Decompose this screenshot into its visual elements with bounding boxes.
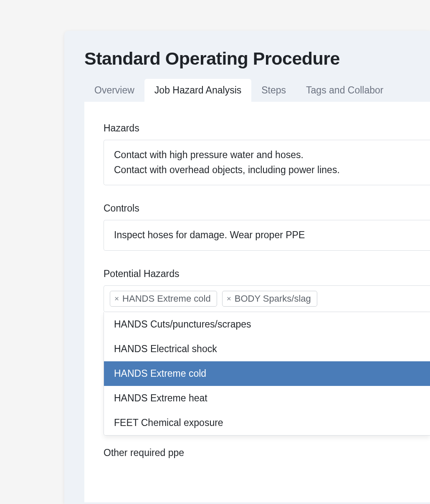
controls-value: Inspect hoses for damage. Wear proper PP… xyxy=(114,229,305,240)
chip-label: BODY Sparks/slag xyxy=(235,293,311,304)
controls-field: Controls Inspect hoses for damage. Wear … xyxy=(84,203,430,268)
hazards-input[interactable]: Contact with high pressure water and hos… xyxy=(104,140,430,185)
other-required-ppe-label: Other required ppe xyxy=(84,436,430,459)
tab-content: Hazards Contact with high pressure water… xyxy=(84,102,430,502)
page-title: Standard Operating Procedure xyxy=(64,31,430,79)
option-hands-electrical-shock[interactable]: HANDS Electrical shock xyxy=(104,337,430,361)
tabs-bar: Overview Job Hazard Analysis Steps Tags … xyxy=(64,79,430,102)
tab-overview[interactable]: Overview xyxy=(84,79,144,102)
chip-remove-icon[interactable]: × xyxy=(227,295,231,302)
main-panel: Standard Operating Procedure Overview Jo… xyxy=(64,31,430,504)
potential-hazards-field: Potential Hazards × HANDS Extreme cold ×… xyxy=(84,268,430,436)
tab-steps[interactable]: Steps xyxy=(251,79,296,102)
tab-tags-collaborators[interactable]: Tags and Collabor xyxy=(296,79,393,102)
potential-hazards-dropdown: HANDS Cuts/punctures/scrapes HANDS Elect… xyxy=(104,312,430,436)
controls-label: Controls xyxy=(104,203,430,214)
chip-body-sparks-slag[interactable]: × BODY Sparks/slag xyxy=(222,291,317,307)
chip-remove-icon[interactable]: × xyxy=(114,295,119,302)
tab-job-hazard-analysis[interactable]: Job Hazard Analysis xyxy=(144,79,251,102)
option-hands-cuts[interactable]: HANDS Cuts/punctures/scrapes xyxy=(104,312,430,337)
chip-label: HANDS Extreme cold xyxy=(122,293,211,304)
option-hands-extreme-cold[interactable]: HANDS Extreme cold xyxy=(104,361,430,386)
option-feet-chemical-exposure[interactable]: FEET Chemical exposure xyxy=(104,411,430,435)
potential-hazards-label: Potential Hazards xyxy=(104,268,430,280)
hazards-label: Hazards xyxy=(104,123,430,134)
hazards-field: Hazards Contact with high pressure water… xyxy=(84,123,430,203)
controls-input[interactable]: Inspect hoses for damage. Wear proper PP… xyxy=(104,220,430,251)
option-hands-extreme-heat[interactable]: HANDS Extreme heat xyxy=(104,386,430,411)
chip-hands-extreme-cold[interactable]: × HANDS Extreme cold xyxy=(110,291,217,307)
hazards-line2: Contact with overhead objects, including… xyxy=(114,163,420,178)
potential-hazards-multiselect[interactable]: × HANDS Extreme cold × BODY Sparks/slag xyxy=(104,285,430,312)
hazards-line1: Contact with high pressure water and hos… xyxy=(114,148,420,163)
